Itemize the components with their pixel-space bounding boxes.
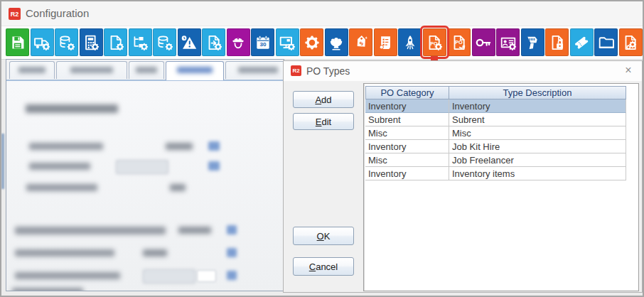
- blurred-value: [170, 184, 186, 191]
- document-transfer-settings-icon: [205, 33, 223, 52]
- banquet-bowl-icon: [327, 33, 345, 52]
- close-icon[interactable]: ×: [622, 64, 635, 77]
- toolbar-icon-security-officer[interactable]: [227, 28, 250, 56]
- blurred-link: [227, 225, 237, 234]
- workflow-settings-icon: [131, 33, 149, 52]
- toolbar-icon-price-tag[interactable]: $: [349, 28, 372, 56]
- toolbar-icon-ticket[interactable]: [570, 28, 594, 56]
- toolbar-icon-document-settings[interactable]: [104, 28, 127, 56]
- toolbar-icon-barcode-scanner[interactable]: [521, 28, 544, 56]
- blurred-value: [166, 143, 193, 150]
- blurred-value: [178, 227, 211, 234]
- bg-tab-1[interactable]: [9, 61, 55, 79]
- window-title: Configuration: [26, 7, 89, 19]
- toolbar-icon-document-transfer-settings[interactable]: [202, 28, 225, 56]
- toolbar-icon-folder[interactable]: [594, 28, 618, 56]
- cell-type-description[interactable]: Misc: [449, 126, 626, 140]
- table-row-3[interactable]: MiscMisc: [365, 126, 638, 140]
- toolbar-icon-database-settings[interactable]: [153, 28, 176, 56]
- database-settings-icon: [156, 33, 174, 52]
- table-row-5[interactable]: MiscJob Freelancer: [365, 153, 638, 167]
- edit-button[interactable]: Edit: [293, 113, 354, 130]
- table-header: PO Category Type Description: [365, 86, 638, 99]
- toolbar-icon-contract-list[interactable]: [374, 28, 397, 56]
- toolbar-icon-workflow-settings[interactable]: [129, 28, 152, 56]
- toolbar-icon-calendar-30[interactable]: 30: [251, 28, 274, 56]
- cell-type-description[interactable]: Subrent: [449, 113, 626, 126]
- blurred-tab-label: [177, 67, 213, 73]
- access-key-icon: [474, 33, 493, 52]
- po-types-dialog: R2 PO Types × Add Edit OK Cancel PO Cate…: [283, 60, 643, 293]
- toolbar-icon-rocket[interactable]: [398, 28, 422, 56]
- r2-logo-icon: R2: [291, 65, 301, 76]
- bg-tab-3[interactable]: [129, 61, 164, 79]
- toolbar-icon-monitor-settings[interactable]: [276, 28, 299, 56]
- document-lock-icon: [548, 33, 567, 52]
- toolbar-icon-document-lock[interactable]: [545, 28, 569, 56]
- scrollbar-fragment[interactable]: [1, 134, 4, 189]
- column-header-po-category[interactable]: PO Category: [365, 86, 449, 99]
- toolbar-icon-access-key[interactable]: [472, 28, 495, 56]
- cell-po-category[interactable]: Misc: [365, 126, 449, 140]
- bg-tab-4-selected[interactable]: [166, 61, 224, 80]
- blurred-heading: [26, 104, 118, 113]
- background-settings-window: [6, 59, 284, 291]
- svg-text:30: 30: [259, 41, 267, 48]
- cell-po-category[interactable]: Inventory: [365, 140, 449, 153]
- ok-button[interactable]: OK: [293, 227, 354, 245]
- cell-type-description[interactable]: Inventory: [449, 99, 626, 113]
- blurred-tab-label: [70, 67, 114, 73]
- blurred-label: [12, 288, 83, 291]
- bg-tab-5[interactable]: [225, 61, 284, 79]
- svg-text:PO: PO: [455, 39, 463, 45]
- blurred-link: [227, 248, 237, 257]
- po-types-table: PO Category Type Description InventoryIn…: [363, 83, 639, 291]
- blurred-link: [227, 271, 237, 280]
- cell-po-category[interactable]: Subrent: [365, 113, 449, 126]
- contract-list-icon: [376, 33, 395, 52]
- toolbar-icon-document-gears[interactable]: [619, 28, 643, 56]
- cell-po-category[interactable]: Inventory: [365, 167, 449, 180]
- blurred-label: [29, 143, 103, 150]
- column-header-type-description[interactable]: Type Description: [449, 86, 626, 99]
- blurred-label: [26, 184, 97, 191]
- po-types-icon: PO: [425, 33, 444, 52]
- table-row-6[interactable]: InventoryInventory items: [365, 167, 638, 180]
- table-row-2[interactable]: SubrentSubrent: [365, 113, 638, 126]
- add-button[interactable]: Add: [293, 91, 354, 108]
- toolbar-icon-po-process[interactable]: PO: [447, 28, 471, 56]
- time-alert-icon: [180, 33, 198, 52]
- toolbar-icon-calculator-settings[interactable]: [80, 28, 103, 56]
- toolbar-icon-save[interactable]: [6, 28, 29, 56]
- blurred-dropdown: [116, 160, 168, 174]
- toolbar-icon-delivery-settings[interactable]: [31, 28, 54, 56]
- settings-gear-icon: [303, 33, 321, 52]
- cell-type-description[interactable]: Inventory items: [449, 167, 626, 180]
- blurred-label: [15, 249, 114, 256]
- bg-tab-2[interactable]: [56, 61, 127, 79]
- toolbar-icon-id-card-settings[interactable]: [496, 28, 520, 56]
- price-tag-icon: $: [352, 33, 370, 52]
- table-row-4[interactable]: InventoryJob Kit Hire: [365, 140, 638, 153]
- titlebar: R2 Configuration: [1, 1, 643, 26]
- toolbar-icon-time-alert[interactable]: [178, 28, 201, 56]
- toolbar-icon-settings-gear[interactable]: [300, 28, 323, 56]
- blurred-tab-label: [136, 67, 157, 73]
- blurred-label: [29, 163, 90, 170]
- cell-po-category[interactable]: Inventory: [365, 99, 449, 113]
- toolbar-icon-banquet-bowl[interactable]: [325, 28, 348, 56]
- barcode-scanner-icon: [523, 33, 542, 52]
- cell-type-description[interactable]: Job Kit Hire: [449, 140, 626, 153]
- cell-type-description[interactable]: Job Freelancer: [449, 153, 626, 167]
- toolbar-icon-currency-settings[interactable]: [55, 28, 78, 56]
- delivery-settings-icon: [33, 33, 51, 52]
- blurred-value: [143, 249, 167, 256]
- cancel-button[interactable]: Cancel: [293, 257, 354, 276]
- table-row-1[interactable]: InventoryInventory: [365, 99, 638, 113]
- configuration-window: R2 Configuration 30$POPO: [0, 0, 644, 297]
- blurred-link: [208, 161, 220, 171]
- blurred-label: [15, 227, 166, 234]
- table-body: InventoryInventorySubrentSubrentMiscMisc…: [365, 99, 638, 180]
- toolbar-icon-po-types[interactable]: PO: [423, 28, 446, 56]
- cell-po-category[interactable]: Misc: [365, 153, 449, 167]
